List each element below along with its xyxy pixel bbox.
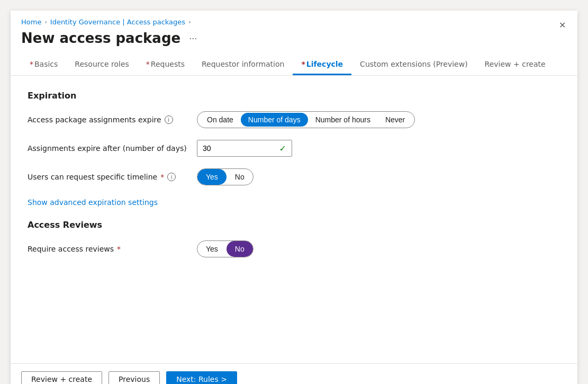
- breadcrumb-governance[interactable]: Identity Governance | Access packages: [50, 18, 185, 26]
- requests-required-star: *: [146, 60, 150, 68]
- previous-button[interactable]: Previous: [108, 371, 160, 384]
- tab-custom-extensions[interactable]: Custom extensions (Preview): [351, 55, 476, 75]
- timeline-info-icon[interactable]: i: [167, 173, 176, 181]
- reviews-yes-no-group: Yes No: [197, 240, 254, 257]
- timeline-no-btn[interactable]: No: [227, 169, 253, 185]
- tab-requestor-info[interactable]: Requestor information: [193, 55, 293, 75]
- require-reviews-row: Require access reviews * Yes No: [28, 240, 560, 257]
- expiry-number-of-days-btn[interactable]: Number of days: [241, 113, 308, 127]
- expiry-number-of-hours-btn[interactable]: Number of hours: [308, 113, 378, 127]
- tab-resource-roles[interactable]: Resource roles: [66, 55, 137, 75]
- expiry-options-group: On date Number of days Number of hours N…: [197, 111, 415, 128]
- review-create-button[interactable]: Review + create: [21, 371, 102, 384]
- lifecycle-required-star: *: [301, 60, 305, 68]
- timeline-yes-btn[interactable]: Yes: [197, 169, 227, 185]
- breadcrumb-sep-2: ›: [188, 19, 191, 25]
- assignments-expire-row: Access package assignments expire i On d…: [28, 111, 560, 128]
- timeline-required-star: *: [160, 173, 164, 181]
- tab-review-create[interactable]: Review + create: [476, 55, 554, 75]
- main-container: Home › Identity Governance | Access pack…: [11, 11, 577, 384]
- access-reviews-section: Access Reviews Require access reviews * …: [28, 220, 560, 257]
- next-rules-button[interactable]: Next: Rules >: [166, 371, 237, 384]
- tab-lifecycle[interactable]: *Lifecycle: [293, 55, 351, 75]
- top-bar: Home › Identity Governance | Access pack…: [11, 11, 577, 76]
- breadcrumb-home[interactable]: Home: [21, 18, 41, 26]
- footer: Review + create Previous Next: Rules >: [11, 363, 577, 384]
- breadcrumb-sep-1: ›: [44, 19, 47, 25]
- assignments-expire-info-icon[interactable]: i: [165, 115, 173, 124]
- expiry-on-date-btn[interactable]: On date: [200, 113, 241, 127]
- reviews-required-star: *: [117, 245, 121, 253]
- expire-after-label: Assignments expire after (number of days…: [28, 144, 197, 153]
- tab-requests[interactable]: *Requests: [138, 55, 193, 75]
- basics-required-star: *: [30, 60, 33, 68]
- breadcrumb: Home › Identity Governance | Access pack…: [21, 18, 567, 26]
- specific-timeline-row: Users can request specific timeline * i …: [28, 168, 560, 185]
- access-reviews-title: Access Reviews: [28, 220, 560, 230]
- reviews-no-btn[interactable]: No: [227, 241, 253, 257]
- expiration-section: Expiration Access package assignments ex…: [28, 91, 560, 207]
- more-options-button[interactable]: ···: [186, 32, 200, 45]
- tab-basics[interactable]: *Basics: [21, 55, 66, 75]
- tab-bar: *Basics Resource roles *Requests Request…: [21, 55, 567, 75]
- expire-after-input-wrapper: ✓: [197, 140, 292, 157]
- advanced-expiration-link[interactable]: Show advanced expiration settings: [28, 198, 158, 207]
- expire-after-check-icon: ✓: [279, 144, 286, 154]
- expiration-title: Expiration: [28, 91, 560, 101]
- reviews-yes-btn[interactable]: Yes: [197, 241, 227, 257]
- expiry-never-btn[interactable]: Never: [378, 113, 412, 127]
- assignments-expire-label: Access package assignments expire i: [28, 115, 197, 124]
- specific-timeline-label: Users can request specific timeline * i: [28, 173, 197, 181]
- timeline-yes-no-group: Yes No: [197, 168, 254, 185]
- page-title: New access package: [21, 30, 180, 46]
- close-button[interactable]: ✕: [556, 18, 569, 32]
- advanced-link-row: Show advanced expiration settings: [28, 197, 560, 207]
- page-header: New access package ···: [21, 30, 567, 46]
- expire-after-input[interactable]: [203, 144, 266, 153]
- expire-after-row: Assignments expire after (number of days…: [28, 140, 560, 157]
- require-reviews-label: Require access reviews *: [28, 245, 197, 253]
- main-content: Expiration Access package assignments ex…: [11, 76, 577, 363]
